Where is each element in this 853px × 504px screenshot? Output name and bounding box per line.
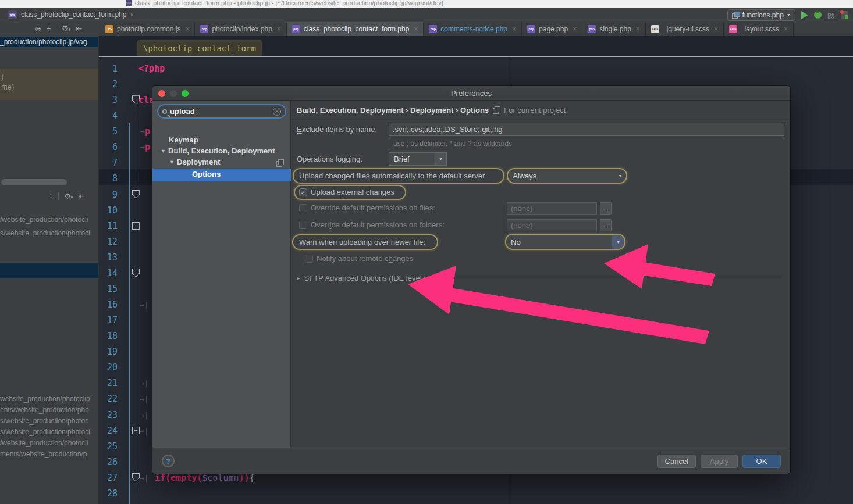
split-icon[interactable]: ÷ (47, 25, 51, 33)
project-path[interactable]: ents/website_production/pho (0, 406, 99, 414)
project-path[interactable]: s/website_production/photocl (0, 428, 99, 436)
fold-collapsed-icon[interactable]: − (132, 427, 140, 434)
project-path[interactable]: /website_production/photocli (0, 216, 99, 224)
help-button[interactable]: ? (162, 455, 175, 467)
dialog-titlebar[interactable]: Preferences (152, 86, 790, 101)
chevron-down-icon[interactable]: ▼ (161, 148, 166, 154)
settings-breadcrumb: Build, Execution, Deployment › Deploymen… (297, 106, 489, 115)
php-file-icon (126, 0, 132, 6)
breadcrumb-file[interactable]: class_photoclip_contact_form.php (21, 10, 126, 19)
tab-indent-mark: →| (140, 393, 149, 405)
fold-expanded-icon[interactable] (132, 473, 140, 482)
chevron-down-icon[interactable]: ▼ (612, 235, 624, 249)
upload-auto-select[interactable]: Always ▼ (507, 168, 627, 184)
fold-expanded-icon[interactable] (132, 269, 140, 277)
operations-logging-select[interactable]: Brief ▼ (389, 152, 447, 166)
tab-_layout.scss[interactable]: SASS_layout.scss× (724, 22, 794, 36)
close-icon[interactable]: × (512, 25, 516, 33)
tab-page.php[interactable]: phppage.php× (522, 22, 582, 36)
tree-item-options[interactable]: Options (152, 169, 291, 181)
breadcrumb[interactable]: class_photoclip_contact_form.php › (8, 10, 133, 19)
collapse-icon[interactable]: ⇤ (78, 192, 84, 201)
tab-comments-notice.php[interactable]: phpcomments-notice.php× (424, 22, 522, 36)
tab-_jquery-ui.scss[interactable]: SASS_jquery-ui.scss× (646, 22, 724, 36)
override-files-input[interactable]: (none) (507, 202, 597, 215)
close-icon[interactable]: × (784, 25, 788, 33)
close-icon[interactable]: × (573, 25, 577, 33)
fold-expanded-icon[interactable] (132, 190, 140, 199)
locate-icon[interactable]: ⊕ (35, 25, 41, 33)
code-token: p (145, 142, 150, 152)
settings-search-field[interactable]: upload ✕ (157, 104, 286, 119)
line-number: 17 (99, 313, 118, 328)
close-icon[interactable]: × (636, 25, 640, 33)
close-icon[interactable]: × (277, 25, 281, 33)
dialog-footer: ? Cancel Apply OK (152, 448, 790, 474)
sftp-advanced-label: SFTP Advanced Options (IDE level setting… (304, 274, 449, 283)
project-path[interactable]: s/website_production/photoc (0, 417, 99, 425)
tab-class_photoclip_contact_form.php[interactable]: phpclass_photoclip_contact_form.php× (287, 22, 424, 36)
close-icon[interactable]: × (714, 25, 718, 33)
selected-row[interactable] (0, 263, 99, 278)
project-path[interactable]: /website_production/photocli (0, 439, 99, 447)
tab-label: page.php (539, 25, 568, 33)
ok-button[interactable]: OK (742, 455, 781, 468)
fold-collapsed-icon[interactable]: − (132, 222, 140, 230)
browse-button[interactable]: ... (600, 202, 612, 215)
project-root-row[interactable]: _production/photoclip.jp/vag (0, 37, 99, 47)
zoom-icon[interactable] (182, 90, 189, 97)
chevron-down-icon[interactable]: ▼ (614, 169, 626, 183)
chevron-right-icon[interactable]: ▸ (297, 274, 300, 282)
editor-breadcrumb-bar: \photoclip_contact_form (99, 36, 853, 56)
project-path[interactable]: ments/website_production/p (0, 450, 99, 458)
run-configuration-select[interactable]: functions.php ▼ (727, 9, 795, 21)
upload-external-checkbox[interactable]: ✓ (299, 188, 307, 196)
exclude-input[interactable]: .svn;.cvs;.idea;.DS_Store;.git;.hg (389, 123, 784, 136)
override-folders-input[interactable]: (none) (507, 219, 597, 231)
tab-label: class_photoclip_contact_form.php (304, 25, 409, 33)
horizontal-scrollbar[interactable] (1, 179, 67, 185)
debug-icon[interactable] (814, 11, 822, 19)
code-token: )) (239, 473, 250, 483)
divider (454, 278, 783, 278)
clear-search-icon[interactable]: ✕ (273, 108, 281, 116)
split-icon[interactable]: ÷ (49, 192, 53, 201)
profiler-icon[interactable] (841, 11, 848, 19)
project-path[interactable]: s/website_production/photocl (0, 229, 99, 237)
chevron-down-icon[interactable]: ▼ (435, 153, 446, 165)
collapse-icon[interactable]: ⇤ (76, 25, 82, 33)
override-folders-checkbox[interactable] (299, 221, 307, 229)
run-icon[interactable] (801, 11, 808, 19)
line-number: 14 (99, 266, 118, 281)
gear-icon[interactable]: ⚙▾ (64, 192, 73, 201)
search-value: upload (170, 107, 195, 116)
warn-newer-row: Warn when uploading over newer file: No … (291, 234, 790, 252)
notify-remote-checkbox[interactable] (305, 255, 313, 263)
exclude-label: Exclude items by name: (297, 125, 377, 134)
tab-photoclip/index.php[interactable]: phpphotoclip/index.php× (195, 22, 286, 36)
sftp-advanced-row[interactable]: ▸ SFTP Advanced Options (IDE level setti… (291, 271, 790, 285)
tree-item-deployment[interactable]: Deployment (177, 158, 220, 166)
chevron-down-icon[interactable]: ▼ (169, 159, 175, 165)
tab-single.php[interactable]: phpsingle.php× (582, 22, 646, 36)
override-files-checkbox[interactable] (299, 204, 307, 212)
window-titlebar: class_photoclip_contact_form.php - photo… (0, 0, 853, 8)
cancel-button[interactable]: Cancel (657, 455, 696, 468)
upload-auto-row: Upload changed files automatically to th… (291, 168, 790, 185)
editor-tab-bar: ⊕ ÷ ⚙▾ ⇤ JSphotoclip.common.js×phpphotoc… (0, 22, 853, 36)
coverage-icon[interactable]: ▨ (827, 11, 835, 19)
tree-item-keymap[interactable]: Keymap (169, 135, 198, 144)
warn-newer-select[interactable]: No ▼ (505, 234, 625, 250)
project-path[interactable]: website_production/photoclip (0, 395, 99, 403)
close-icon[interactable] (158, 90, 165, 97)
tab-photoclip.common.js[interactable]: JSphotoclip.common.js× (100, 22, 195, 36)
apply-button[interactable]: Apply (701, 455, 738, 468)
settings-sidebar: upload ✕ Keymap ▼ Build, Execution, Depl… (152, 101, 291, 448)
tree-item-build-execution-deployment[interactable]: Build, Execution, Deployment (168, 146, 275, 155)
close-icon[interactable]: × (414, 25, 418, 33)
browse-button[interactable]: ... (600, 219, 612, 231)
gear-icon[interactable]: ⚙▾ (62, 24, 70, 34)
namespace-breadcrumb[interactable]: \photoclip_contact_form (137, 40, 262, 56)
close-icon[interactable]: × (185, 25, 189, 33)
exclude-row: Exclude items by name: .svn;.cvs;.idea;.… (291, 123, 790, 136)
